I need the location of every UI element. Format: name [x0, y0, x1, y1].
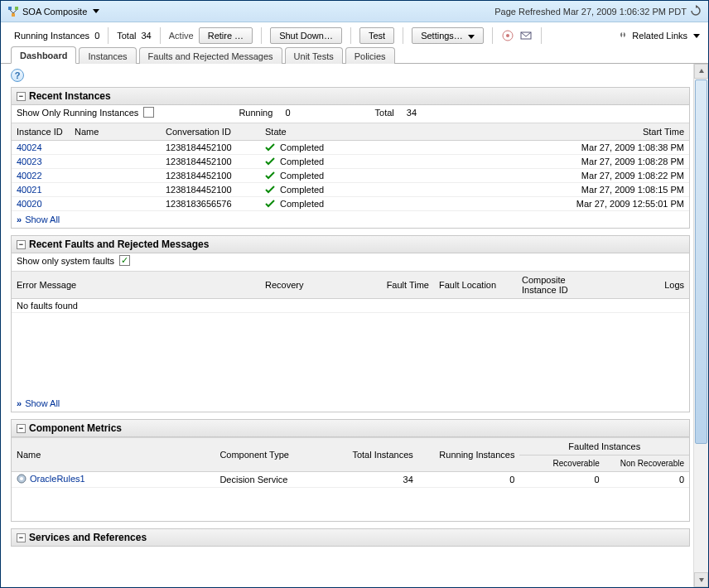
show-system-faults-checkbox[interactable]: [119, 255, 130, 266]
start-time: Mar 27, 2009 1:08:22 PM: [384, 169, 689, 183]
col-logs[interactable]: Logs: [600, 272, 689, 299]
related-links-button[interactable]: Related Links: [632, 31, 687, 41]
app-title-menu-icon[interactable]: [93, 9, 99, 13]
no-faults-text: No faults found: [12, 299, 689, 313]
col-fault-time[interactable]: Fault Time: [351, 272, 434, 299]
instance-name: [70, 183, 161, 197]
retire-button[interactable]: Retire …: [199, 27, 253, 44]
target-icon[interactable]: [501, 29, 514, 42]
chevron-down-icon[interactable]: [693, 34, 700, 38]
instance-name: [70, 155, 161, 169]
show-all-label: Show All: [25, 398, 60, 408]
help-icon[interactable]: ?: [11, 69, 24, 82]
check-ok-icon: [265, 199, 275, 209]
running-instances: 0: [418, 472, 520, 488]
col-cm-running[interactable]: Running Instances: [418, 438, 520, 472]
action-bar: Running Instances 0 Total 34 Active Reti…: [1, 22, 708, 46]
gear-icon: [17, 474, 27, 485]
instance-name: [70, 141, 161, 155]
running-instances-value: 0: [94, 31, 99, 41]
instance-id-link[interactable]: 40024: [17, 142, 42, 152]
component-metrics-title: Component Metrics: [29, 422, 122, 434]
table-row: 400211238184452100CompletedMar 27, 2009 …: [12, 183, 689, 197]
settings-button-label: Settings…: [421, 31, 463, 41]
col-cm-non-recoverable[interactable]: Non Recoverable: [605, 455, 689, 472]
collapse-icon[interactable]: −: [17, 240, 26, 249]
col-conversation-id[interactable]: Conversation ID: [161, 123, 260, 141]
col-cm-recoverable[interactable]: Recoverable: [519, 455, 604, 472]
component-link[interactable]: OracleRules1: [30, 474, 85, 484]
double-arrow-icon: »: [17, 214, 22, 224]
show-system-faults-label: Show only system faults: [17, 256, 114, 266]
instance-name: [70, 197, 161, 211]
collapse-icon[interactable]: −: [17, 424, 26, 433]
col-instance-id[interactable]: Instance ID: [12, 123, 70, 141]
collapse-icon[interactable]: −: [17, 533, 26, 542]
col-cm-total[interactable]: Total Instances: [325, 438, 417, 472]
link-icon: [617, 29, 629, 42]
conversation-id: 1238184452100: [161, 141, 260, 155]
content-area: ? − Recent Instances Show Only Running I…: [1, 64, 708, 587]
faults-table: Error Message Recovery Fault Time Fault …: [12, 271, 689, 313]
check-ok-icon: [265, 142, 275, 152]
scroll-up-arrow[interactable]: [694, 64, 708, 79]
total-instances: 34: [325, 472, 417, 488]
title-bar: SOA Composite Page Refreshed Mar 27, 200…: [1, 1, 708, 22]
instance-id-link[interactable]: 40021: [17, 185, 42, 195]
component-type: Decision Service: [215, 472, 325, 488]
scrollbar-track[interactable]: [694, 445, 708, 572]
vertical-scrollbar[interactable]: [693, 64, 708, 587]
state-text: Completed: [280, 142, 324, 152]
col-recovery[interactable]: Recovery: [260, 272, 351, 299]
recent-instances-table: Instance ID Name Conversation ID State S…: [12, 123, 689, 211]
app-title[interactable]: SOA Composite: [22, 7, 87, 17]
running-instances-label: Running Instances: [14, 31, 89, 41]
show-only-running-label: Show Only Running Instances: [17, 108, 138, 118]
scroll-down-arrow[interactable]: [694, 572, 708, 587]
test-button[interactable]: Test: [359, 27, 394, 44]
col-error-message[interactable]: Error Message: [12, 272, 260, 299]
col-start-time[interactable]: Start Time: [384, 123, 689, 141]
tab-unit-tests[interactable]: Unit Tests: [285, 47, 343, 64]
col-cm-faulted[interactable]: Faulted Instances: [519, 438, 689, 455]
tab-policies[interactable]: Policies: [345, 47, 395, 64]
col-state[interactable]: State: [260, 123, 384, 141]
settings-button[interactable]: Settings…: [412, 27, 484, 44]
shutdown-button[interactable]: Shut Down…: [270, 27, 342, 44]
collapse-icon[interactable]: −: [17, 92, 26, 101]
tab-strip: Dashboard Instances Faults and Rejected …: [1, 46, 708, 64]
col-cm-name[interactable]: Name: [12, 438, 215, 472]
component-metrics-table: Name Component Type Total Instances Runn…: [12, 437, 689, 488]
col-fault-location[interactable]: Fault Location: [434, 272, 517, 299]
svg-marker-11: [699, 69, 704, 73]
services-references-title: Services and References: [29, 532, 147, 543]
col-composite-instance-id[interactable]: Composite Instance ID: [517, 272, 600, 299]
tab-dashboard[interactable]: Dashboard: [11, 46, 76, 64]
refresh-icon[interactable]: [690, 5, 702, 18]
col-name[interactable]: Name: [70, 123, 161, 141]
show-all-instances[interactable]: » Show All: [12, 211, 689, 228]
instance-id-link[interactable]: 40020: [17, 199, 42, 209]
col-cm-component-type[interactable]: Component Type: [215, 438, 325, 472]
tab-instances[interactable]: Instances: [79, 47, 136, 64]
email-icon[interactable]: [519, 29, 533, 42]
instance-id-link[interactable]: 40022: [17, 171, 42, 181]
table-row: 400241238184452100CompletedMar 27, 2009 …: [12, 141, 689, 155]
tab-faults[interactable]: Faults and Rejected Messages: [139, 47, 282, 64]
svg-point-7: [506, 34, 509, 37]
conversation-id: 1238184452100: [161, 183, 260, 197]
recent-instances-section: − Recent Instances Show Only Running Ins…: [11, 87, 690, 229]
show-all-faults[interactable]: » Show All: [12, 395, 689, 412]
total-value: 34: [142, 31, 152, 41]
scrollbar-thumb[interactable]: [695, 80, 707, 444]
table-row: 400221238184452100CompletedMar 27, 2009 …: [12, 169, 689, 183]
instance-id-link[interactable]: 40023: [17, 157, 42, 166]
svg-rect-2: [12, 13, 15, 17]
active-label: Active: [169, 31, 194, 41]
page-refresh-text: Page Refreshed Mar 27, 2009 1:06:32 PM P…: [494, 7, 687, 17]
state-text: Completed: [280, 185, 324, 195]
recent-instances-title: Recent Instances: [29, 90, 111, 102]
check-ok-icon: [265, 171, 275, 181]
show-only-running-checkbox[interactable]: [143, 107, 154, 118]
check-ok-icon: [265, 157, 275, 166]
